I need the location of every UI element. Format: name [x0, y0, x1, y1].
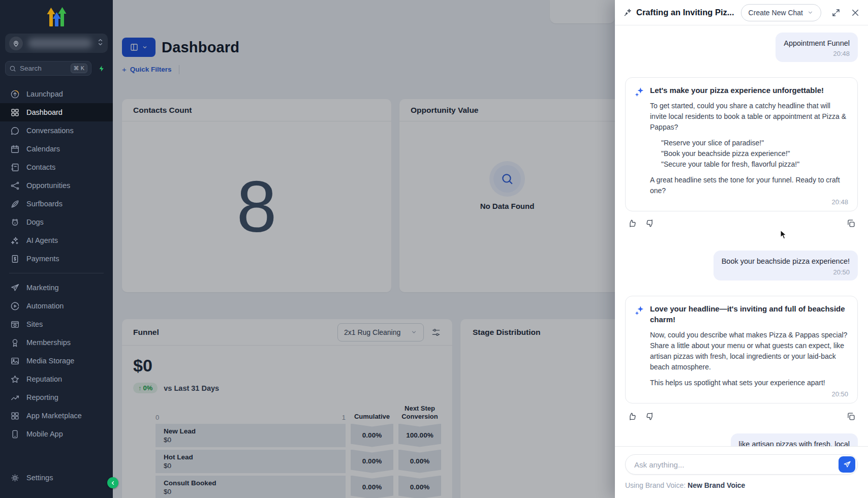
sidebar-item-mobile-app[interactable]: Mobile App: [0, 425, 113, 443]
sidebar-item-memberships[interactable]: Memberships: [0, 333, 113, 352]
next-step-cell: 0.00%: [398, 450, 441, 473]
dashboard-icon: [10, 108, 20, 117]
calendar-icon: [10, 144, 20, 154]
layout-switcher-button[interactable]: [122, 38, 156, 57]
page-title: Dashboard: [162, 39, 239, 56]
keyboard-shortcut-badge: ⌘ K: [71, 64, 87, 73]
sidebar-item-automation[interactable]: Automation: [0, 297, 113, 315]
funnel-total-value: $0: [133, 356, 441, 376]
thumbs-up-icon[interactable]: [627, 219, 637, 228]
funnel-row: Consult Booked $0 0.00% 0.00%: [133, 476, 441, 498]
sidebar-item-reputation[interactable]: Reputation: [0, 370, 113, 388]
send-button[interactable]: [839, 456, 855, 473]
quick-filters-button[interactable]: + Quick Filters: [122, 65, 172, 74]
message-timestamp: 20:48: [784, 50, 850, 57]
chat-title: Crafting an Inviting Piz...: [636, 8, 741, 17]
sidebar-collapse-button[interactable]: [107, 477, 118, 488]
search-icon: [9, 65, 16, 72]
sidebar-item-payments[interactable]: Payments: [0, 250, 113, 268]
expand-panel-icon[interactable]: [831, 8, 841, 17]
stage-distribution-title: Stage Distribution: [473, 328, 540, 337]
message-timestamp: 20:48: [650, 198, 848, 206]
sidebar-item-contacts[interactable]: Contacts: [0, 158, 113, 176]
message-timestamp: 20:50: [650, 390, 848, 398]
sidebar-item-dogs[interactable]: Dogs: [0, 213, 113, 231]
layout-icon: [130, 43, 139, 52]
sites-icon: [10, 320, 20, 329]
sidebar-item-marketing[interactable]: Marketing: [0, 278, 113, 297]
message-actions: [625, 219, 858, 228]
funnel-title: Funnel: [133, 328, 159, 337]
grid-icon: [10, 411, 20, 421]
chevron-down-icon: [142, 44, 148, 50]
sidebar-item-reporting[interactable]: Reporting: [0, 388, 113, 407]
contacts-count-card: Contacts Count 8: [122, 99, 391, 292]
axis-min-label: 0: [156, 414, 159, 421]
phone-icon: [10, 429, 20, 439]
account-name-redacted: [28, 38, 92, 48]
ai-message-card: Let's make your pizza experience unforge…: [625, 77, 858, 211]
stage-value: $0: [164, 462, 346, 470]
sidebar-item-settings[interactable]: Settings: [0, 469, 113, 487]
sidebar-item-media-storage[interactable]: Media Storage: [0, 352, 113, 370]
payments-icon: [10, 254, 20, 264]
divider: [9, 273, 104, 273]
opportunities-icon: [10, 181, 20, 191]
sidebar-item-calendars[interactable]: Calendars: [0, 140, 113, 158]
no-data-text: No Data Found: [446, 202, 568, 210]
chat-input[interactable]: [625, 454, 858, 475]
contacts-count-value: 8: [122, 121, 391, 292]
sidebar-item-surfboards[interactable]: Surfboards: [0, 195, 113, 213]
ai-wand-icon: [623, 8, 632, 17]
medal-icon: [10, 338, 20, 348]
cumulative-cell: 0.00%: [351, 476, 393, 498]
stage-name: Hot Lead: [164, 453, 346, 461]
thumbs-down-icon[interactable]: [645, 412, 655, 421]
highlevel-logo: [44, 7, 69, 27]
funnel-settings-icon[interactable]: [431, 327, 441, 337]
next-step-column-header: Next Step Conversion: [398, 404, 441, 421]
sidebar-item-opportunities[interactable]: Opportunities: [0, 176, 113, 195]
stage-value: $0: [164, 436, 346, 444]
sidebar-item-app-marketplace[interactable]: App Marketplace: [0, 407, 113, 425]
divider: [179, 65, 179, 74]
quick-actions-bolt-icon[interactable]: [96, 62, 108, 75]
chat-message-list[interactable]: Appointment Funnel 20:48 Let's make your…: [615, 25, 868, 446]
close-panel-icon[interactable]: [851, 8, 860, 17]
delta-badge: ↑ 0%: [133, 383, 158, 393]
brand-voice-status: Using Brand Voice:New Brand Voice: [625, 481, 858, 489]
copy-icon[interactable]: [846, 412, 856, 421]
funnel-row: New Lead $0 0.00% 100.00%: [133, 424, 441, 447]
headline-suggestion: "Book your beachside pizza experience!": [650, 148, 848, 159]
brand-voice-value: New Brand Voice: [688, 481, 745, 489]
chevron-left-icon: [110, 480, 116, 486]
funnel-card: Funnel 2x1 Rug Cleaning $0 ↑ 0% vs L: [122, 319, 452, 498]
sidebar-item-conversations[interactable]: Conversations: [0, 121, 113, 140]
sidebar-item-sites[interactable]: Sites: [0, 315, 113, 333]
chat-input-section: Using Brand Voice:New Brand Voice: [615, 446, 868, 498]
gear-icon: [10, 473, 20, 483]
thumbs-up-icon[interactable]: [627, 412, 637, 421]
header-float-card: [550, 0, 615, 23]
sidebar-item-launchpad[interactable]: Launchpad: [0, 85, 113, 103]
paper-plane-icon: [10, 283, 20, 293]
ai-chat-panel: Crafting an Inviting Piz... Create New C…: [615, 0, 868, 498]
account-switcher[interactable]: [5, 34, 108, 53]
search-input[interactable]: Search ⌘ K: [5, 61, 91, 76]
arrow-up-icon: ↑: [138, 384, 142, 392]
image-icon: [10, 356, 20, 366]
plus-icon: +: [122, 65, 127, 74]
ai-message-card: Love your headline—it's inviting and ful…: [625, 296, 858, 403]
chevron-down-icon: [411, 329, 417, 335]
pipeline-select[interactable]: 2x1 Rug Cleaning: [337, 323, 424, 341]
cumulative-column-header: Cumulative: [351, 413, 393, 421]
thumbs-down-icon[interactable]: [645, 219, 655, 228]
create-new-chat-button[interactable]: Create New Chat: [741, 4, 821, 21]
sidebar-item-dashboard[interactable]: Dashboard: [0, 103, 113, 121]
pipeline-selected-value: 2x1 Rug Cleaning: [344, 328, 411, 336]
message-actions: [625, 412, 858, 421]
sidebar-item-ai-agents[interactable]: AI Agents: [0, 231, 113, 250]
next-step-cell: 100.00%: [398, 424, 441, 447]
copy-icon[interactable]: [846, 219, 856, 228]
ai-sparkle-icon: [634, 305, 645, 316]
